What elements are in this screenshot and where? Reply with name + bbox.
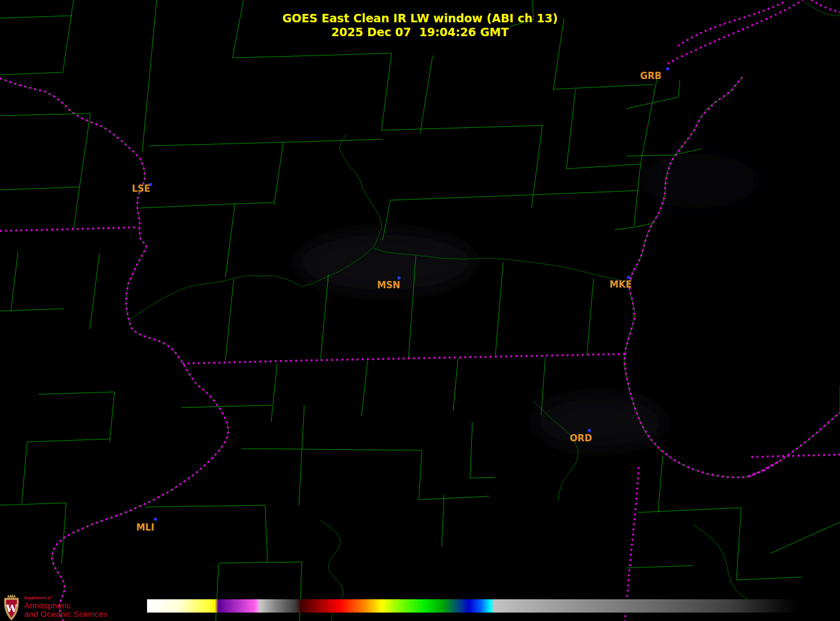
county-line — [140, 203, 274, 208]
state-border — [0, 78, 228, 621]
county-line — [110, 392, 114, 442]
satellite-image-viewport: LSEGRBMSNMKEORDMLI GOES East Clean IR LW… — [0, 0, 840, 621]
county-line — [627, 80, 680, 109]
county-line — [299, 405, 304, 505]
county-line — [381, 125, 542, 130]
county-line — [74, 187, 80, 230]
county-line — [225, 279, 234, 361]
county-line — [442, 494, 444, 547]
aos-logo: W Department of Atmospheric and Oceanic … — [1, 593, 140, 621]
station-dot-grb — [666, 68, 669, 71]
svg-text:W: W — [5, 602, 17, 614]
state-border — [751, 455, 840, 457]
county-line — [0, 187, 80, 190]
county-line — [587, 279, 594, 355]
county-line — [453, 358, 458, 411]
county-line — [736, 577, 801, 580]
county-line — [641, 79, 657, 164]
county-line — [61, 503, 66, 564]
uw-crest-icon: W — [1, 593, 22, 621]
station-dot-mke — [627, 276, 630, 279]
station-label-grb: GRB — [640, 71, 661, 81]
county-line — [566, 89, 575, 169]
county-line — [553, 84, 654, 89]
state-border — [183, 354, 625, 364]
county-line — [242, 449, 422, 450]
county-line — [0, 309, 64, 311]
county-line — [770, 522, 840, 553]
river-lines — [0, 2, 840, 621]
county-line — [362, 361, 368, 416]
county-line — [11, 251, 18, 311]
station-dot-msn — [398, 277, 401, 280]
county-line — [420, 55, 433, 134]
county-line — [495, 262, 503, 356]
river-line — [693, 525, 768, 607]
logo-dept-line: Department of — [24, 596, 107, 601]
county-line — [381, 53, 392, 130]
county-line — [470, 422, 495, 478]
aos-logo-text: Department of Atmospheric and Oceanic Sc… — [24, 593, 107, 621]
image-timestamp: 2025 Dec 07 19:04:26 GMT — [0, 25, 840, 39]
county-line — [627, 566, 693, 568]
ir-cloud-shading — [295, 154, 759, 451]
county-line — [274, 142, 283, 205]
county-line — [531, 125, 542, 208]
county-line — [233, 53, 392, 58]
county-line — [22, 442, 27, 503]
satellite-map: LSEGRBMSNMKEORDMLI — [0, 0, 840, 621]
station-dot-ord — [588, 429, 591, 432]
county-boundary-lines — [0, 0, 840, 621]
county-line — [80, 113, 90, 187]
ir-enhancement-colorbar — [147, 599, 840, 613]
station-label-lse: LSE — [132, 183, 151, 194]
county-line — [27, 439, 110, 442]
state-border — [811, 0, 840, 12]
county-line — [265, 505, 268, 563]
county-line — [219, 562, 302, 563]
county-line — [0, 503, 66, 505]
county-line — [634, 164, 641, 226]
state-border — [625, 467, 639, 621]
mississippi-river-line — [0, 78, 228, 621]
county-line — [321, 274, 328, 359]
station-label-mke: MKE — [610, 279, 632, 290]
county-line — [638, 508, 741, 512]
image-title-block: GOES East Clean IR LW window (ABI ch 13)… — [0, 11, 840, 39]
county-line — [181, 405, 271, 408]
county-line — [271, 363, 277, 422]
station-label-mli: MLI — [136, 522, 154, 533]
image-title: GOES East Clean IR LW window (ABI ch 13) — [0, 11, 840, 25]
county-line — [736, 508, 741, 580]
station-label-ord: ORD — [570, 433, 592, 444]
state-border — [0, 227, 137, 231]
station-dot-mli — [154, 518, 157, 521]
county-line — [39, 392, 114, 394]
county-line — [390, 191, 639, 200]
station-label-msn: MSN — [377, 280, 400, 291]
county-line — [225, 204, 235, 277]
county-line — [419, 451, 489, 500]
logo-line-1: Atmospheric — [24, 602, 107, 610]
county-line — [658, 456, 663, 512]
county-line — [90, 253, 99, 329]
county-line — [145, 505, 265, 507]
county-line — [149, 139, 381, 146]
station-markers: LSEGRBMSNMKEORDMLI — [132, 68, 669, 534]
state-border-dotted-lines — [0, 0, 840, 621]
logo-line-2: and Oceanic Sciences — [24, 610, 107, 619]
county-line — [566, 164, 641, 169]
county-line — [0, 72, 61, 75]
